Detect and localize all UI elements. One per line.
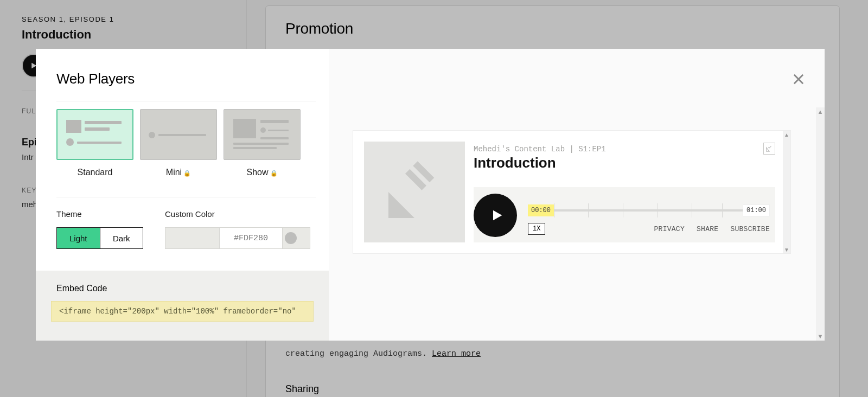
modal-heading: Web Players xyxy=(56,71,329,87)
theme-label: Theme xyxy=(56,209,143,219)
custom-color-section: Custom Color xyxy=(165,209,310,249)
play-button[interactable] xyxy=(474,194,517,237)
color-hex-input[interactable] xyxy=(219,227,282,249)
playback-speed-button[interactable]: 1X xyxy=(528,223,545,235)
theme-dark-button[interactable]: Dark xyxy=(100,228,143,248)
theme-light-button[interactable]: Light xyxy=(57,228,100,248)
preview-links: PRIVACY SHARE SUBSCRIBE xyxy=(654,225,770,233)
config-scroll[interactable]: Standard Mini🔒 xyxy=(36,101,329,341)
player-option-standard[interactable]: Standard xyxy=(56,109,133,177)
theme-section: Theme Light Dark xyxy=(56,209,143,249)
lock-icon: 🔒 xyxy=(183,170,191,176)
option-label: Show🔒 xyxy=(224,168,301,177)
toggle-knob xyxy=(285,232,297,244)
show-thumb xyxy=(224,109,301,160)
player-option-show[interactable]: Show🔒 xyxy=(224,109,301,177)
preview-breadcrumb: Mehedi's Content Lab | S1:EP1 xyxy=(474,145,775,153)
close-icon xyxy=(791,72,806,87)
artwork-placeholder-icon xyxy=(382,159,447,225)
option-label: Standard xyxy=(56,168,133,177)
option-label: Mini🔒 xyxy=(140,168,217,177)
embed-code[interactable]: <iframe height="200px" width="100%" fram… xyxy=(51,301,314,322)
subscribe-link[interactable]: SUBSCRIBE xyxy=(730,225,770,233)
player-controls: 00:00 01:00 1X PRIVACY SHARE SUBSCRIBE xyxy=(474,187,775,242)
standard-thumb xyxy=(56,109,133,160)
player-type-row: Standard Mini🔒 xyxy=(56,109,316,177)
color-swatch[interactable] xyxy=(165,227,219,249)
episode-artwork xyxy=(364,142,465,242)
modal-scrollbar[interactable]: ▲ ▼ xyxy=(816,107,825,341)
privacy-link[interactable]: PRIVACY xyxy=(654,225,685,233)
embed-label: Embed Code xyxy=(56,284,314,293)
play-icon xyxy=(489,208,505,223)
share-link[interactable]: SHARE xyxy=(697,225,718,233)
time-current: 00:00 xyxy=(528,204,554,216)
progress-track[interactable]: 00:00 01:00 xyxy=(528,204,770,216)
preview-scrollbar[interactable]: ▲ ▼ xyxy=(783,131,790,253)
time-total: 01:00 xyxy=(743,204,770,216)
scroll-up-icon[interactable]: ▲ xyxy=(783,131,790,138)
player-option-mini[interactable]: Mini🔒 xyxy=(140,109,217,177)
theme-toggle: Light Dark xyxy=(56,227,143,249)
config-pane: Web Players xyxy=(36,49,329,341)
scroll-up-icon[interactable]: ▲ xyxy=(816,107,825,116)
lock-icon: 🔒 xyxy=(270,170,278,176)
preview-title: Introduction xyxy=(474,155,775,171)
scroll-down-icon[interactable]: ▼ xyxy=(816,332,825,341)
color-toggle[interactable] xyxy=(282,227,310,249)
mini-thumb xyxy=(140,109,217,160)
web-players-modal: Web Players xyxy=(36,49,825,341)
scroll-down-icon[interactable]: ▼ xyxy=(783,246,790,253)
embed-section: Embed Code <iframe height="200px" width=… xyxy=(36,271,329,341)
close-button[interactable] xyxy=(791,72,806,87)
divider xyxy=(56,101,316,101)
player-preview: Mehedi's Content Lab | S1:EP1 Introducti… xyxy=(353,130,791,254)
custom-color-label: Custom Color xyxy=(165,209,310,219)
